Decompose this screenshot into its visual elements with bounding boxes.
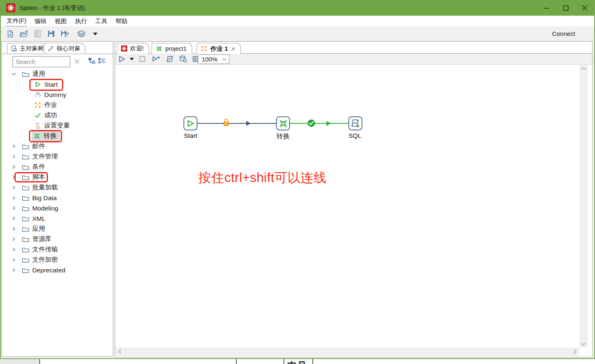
new-file-icon[interactable] [6, 29, 15, 38]
pause-run-icon[interactable] [152, 55, 160, 63]
background-window-fragment: 申号: [0, 359, 595, 364]
explorer-icon-disabled [33, 29, 42, 38]
chevron-right-icon[interactable] [11, 154, 17, 159]
save-icon[interactable] [47, 29, 56, 38]
job-metrics-icon[interactable] [166, 55, 174, 63]
chevron-right-icon[interactable] [11, 257, 17, 262]
chevron-right-icon[interactable] [11, 247, 17, 252]
menu-file[interactable]: 文件(F) [6, 16, 27, 26]
scroll-right-icon[interactable] [573, 349, 577, 355]
tree-item-big-data[interactable]: Big Data [2, 193, 113, 203]
tree-item-label: 应用 [32, 225, 45, 233]
chevron-right-icon[interactable] [11, 185, 17, 190]
zoom-value: 100% [202, 56, 217, 63]
scroll-up-icon[interactable] [581, 67, 586, 71]
success-badge-icon [307, 119, 315, 127]
sidebar-tab-line [2, 54, 113, 54]
connect-button[interactable]: Connect [552, 30, 575, 37]
titlebar: Spoon - 作业 1 (有变动) [1, 0, 594, 16]
tree-item-modeling[interactable]: Modeling [2, 203, 113, 213]
connections-view-icon[interactable] [88, 58, 95, 64]
tree-item-xml[interactable]: XML [2, 213, 113, 224]
save-as-icon[interactable] [60, 29, 69, 38]
close-button[interactable] [575, 0, 594, 16]
database-explore-icon[interactable] [179, 55, 187, 63]
chevron-right-icon[interactable] [11, 216, 17, 221]
list-view-icon[interactable] [98, 58, 106, 64]
horizontal-scrollbar[interactable] [116, 347, 579, 356]
zoom-select[interactable]: 100% [198, 54, 229, 64]
chevron-right-icon[interactable] [11, 267, 17, 273]
tree-item-repository[interactable]: 资源库 [2, 234, 113, 244]
tab-job1[interactable]: 作业 1 [197, 43, 241, 54]
tree-item-dummy[interactable]: Dummy [2, 90, 113, 100]
job-canvas[interactable]: Start 转换 SQL [116, 65, 579, 347]
minimize-button[interactable] [537, 0, 556, 16]
tree-item-conditions[interactable]: 条件 [2, 162, 113, 172]
node-start[interactable] [183, 116, 198, 130]
tree-item-label: 设置变量 [44, 121, 70, 130]
chevron-right-icon[interactable] [11, 195, 17, 201]
chevron-right-icon[interactable] [11, 226, 17, 232]
node-sql[interactable]: SQL [348, 116, 362, 130]
tab-welcome[interactable]: 欢迎! [117, 43, 149, 54]
tree-item-file-management[interactable]: 文件管理 [2, 151, 113, 162]
clear-search-icon[interactable] [73, 58, 81, 65]
hop-line-2[interactable] [290, 123, 349, 124]
menu-edit[interactable]: 编辑 [34, 16, 48, 26]
transformation-icon [278, 119, 288, 128]
lock-icon [222, 118, 230, 127]
chevron-right-icon[interactable] [11, 144, 17, 149]
tree-item-success[interactable]: 成功 [2, 110, 113, 121]
tab-label: 欢迎! [130, 45, 144, 52]
spoon-app-icon [6, 3, 15, 12]
tree-item-label: 条件 [32, 163, 45, 171]
search-input[interactable] [12, 56, 70, 67]
chevron-down-icon [222, 58, 226, 61]
close-tab-icon[interactable] [231, 47, 236, 51]
tree-item-applications[interactable]: 应用 [2, 224, 113, 234]
tree-item-bulk-loading[interactable]: 批量加载 [2, 182, 113, 193]
menu-help[interactable]: 帮助 [115, 16, 129, 26]
chevron-down-icon[interactable] [11, 71, 17, 77]
chevron-right-icon[interactable] [11, 206, 17, 211]
chevron-right-icon[interactable] [11, 236, 17, 242]
menu-run[interactable]: 执行 [74, 16, 88, 26]
tree-item-set-variables[interactable]: $ 设置变量 [2, 121, 113, 131]
hop-line-1[interactable] [197, 123, 276, 124]
tree-item-label: Big Data [32, 194, 57, 202]
vertical-scrollbar[interactable] [579, 65, 588, 347]
screen: 申号: Spoon - 作业 1 (有变动) [0, 0, 595, 364]
maximize-button[interactable] [556, 0, 575, 16]
editor-panel: 欢迎! project1 作业 1 [115, 41, 593, 357]
scroll-down-icon[interactable] [581, 342, 586, 346]
tab-core-objects[interactable]: 核心对象 [44, 43, 85, 54]
menu-view[interactable]: 视图 [54, 16, 68, 26]
svg-text:$: $ [37, 123, 39, 128]
tab-main-object-tree[interactable]: 主对象树 [7, 43, 48, 54]
tree-item-label: Dummy [44, 91, 66, 99]
chevron-right-icon[interactable] [11, 164, 17, 170]
tree-item-general[interactable]: 通用 [2, 69, 113, 79]
menu-tools[interactable]: 工具 [95, 16, 108, 26]
tree-item-label: 成功 [44, 111, 57, 120]
node-transformation[interactable] [276, 116, 290, 130]
tree-item-deprecated[interactable]: Deprecated [2, 265, 113, 275]
tab-project1[interactable]: project1 [152, 43, 192, 54]
tab-label: project1 [165, 45, 187, 52]
scroll-left-icon[interactable] [118, 349, 122, 355]
perspectives-caret-icon[interactable] [90, 29, 100, 38]
run-icon[interactable] [118, 55, 126, 63]
set-variables-icon: $ [34, 122, 41, 129]
tree-item-file-transfer[interactable]: 文件传输 [2, 244, 113, 255]
perspectives-icon[interactable] [77, 29, 86, 38]
tree-item-job[interactable]: 作业 [2, 100, 113, 110]
folder-icon [22, 257, 29, 263]
open-file-icon[interactable] [19, 29, 29, 38]
folder-icon [22, 267, 29, 274]
view-tree-icon [11, 45, 17, 52]
tree-item-file-encryption[interactable]: 文件加密 [2, 255, 113, 265]
run-options-caret-icon[interactable] [130, 58, 134, 61]
folder-icon [22, 226, 29, 232]
tree-item-mail[interactable]: 邮件 [2, 141, 113, 151]
